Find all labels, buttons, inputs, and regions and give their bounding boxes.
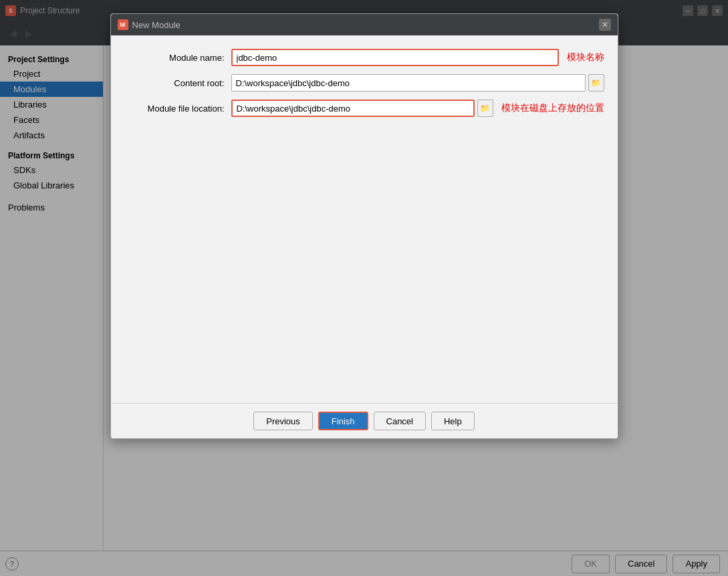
new-module-dialog: M New Module ✕ Module name: 模块名称 Content… — [110, 13, 618, 439]
content-root-input[interactable] — [231, 74, 586, 92]
dialog-title: New Module — [132, 20, 599, 30]
dialog-content: Module name: 模块名称 Content root: 📁 — [111, 35, 618, 403]
module-file-location-annotation: 模块在磁盘上存放的位置 — [501, 102, 604, 114]
content-root-input-wrap: 📁 — [231, 74, 604, 92]
modal-overlay: M New Module ✕ Module name: 模块名称 Content… — [0, 0, 728, 576]
module-name-annotation: 模块名称 — [567, 51, 604, 63]
module-file-location-input[interactable] — [231, 100, 475, 117]
dialog-footer: Previous Finish Cancel Help — [111, 403, 618, 438]
previous-button[interactable]: Previous — [253, 412, 313, 430]
finish-button[interactable]: Finish — [318, 412, 368, 430]
content-root-browse-button[interactable]: 📁 — [588, 74, 604, 92]
content-root-row: Content root: 📁 — [124, 74, 604, 92]
dialog-spacer — [124, 125, 604, 392]
module-name-label: Module name: — [124, 53, 231, 63]
module-name-input-wrap: 模块名称 — [231, 49, 604, 66]
module-file-location-label: Module file location: — [124, 104, 231, 114]
cancel-button-dialog[interactable]: Cancel — [374, 412, 426, 430]
module-name-row: Module name: 模块名称 — [124, 49, 604, 66]
main-window: S Project Structure ─ □ ✕ ◀ ▶ Project Se… — [0, 0, 728, 576]
content-root-label: Content root: — [124, 78, 231, 88]
dialog-icon: M — [118, 19, 128, 30]
dialog-title-bar: M New Module ✕ — [111, 14, 618, 35]
module-name-input[interactable] — [231, 49, 559, 66]
module-file-location-row: Module file location: 📁 模块在磁盘上存放的位置 — [124, 100, 604, 117]
module-file-location-browse-button[interactable]: 📁 — [477, 100, 493, 117]
module-file-location-input-wrap: 📁 模块在磁盘上存放的位置 — [231, 100, 604, 117]
help-button-dialog[interactable]: Help — [431, 412, 475, 430]
dialog-close-button[interactable]: ✕ — [599, 19, 611, 31]
